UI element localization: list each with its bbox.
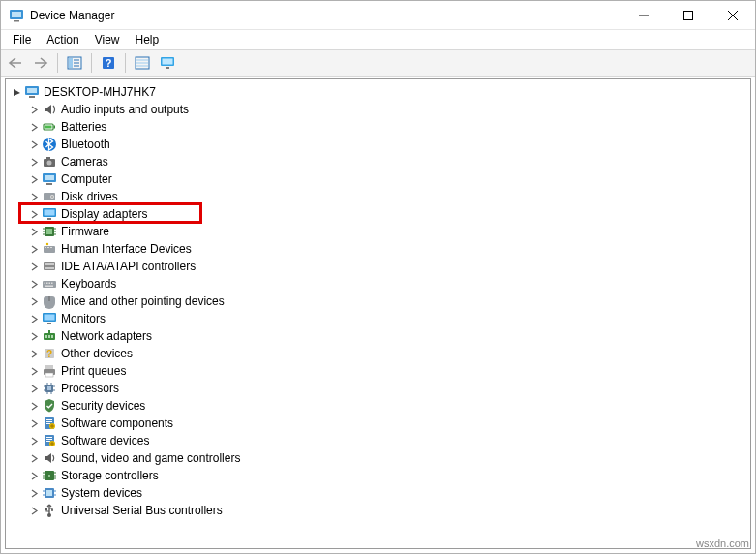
expander-closed-icon[interactable]: [27, 120, 41, 134]
tree-node-label: Computer: [61, 172, 112, 186]
menu-file[interactable]: File: [5, 31, 39, 48]
svg-rect-77: [47, 386, 51, 390]
expander-closed-icon[interactable]: [27, 155, 41, 169]
svg-rect-32: [45, 175, 54, 180]
computer-icon: [24, 84, 40, 100]
window-title: Device Manager: [30, 9, 621, 22]
tree-node-label: Print queues: [61, 364, 126, 378]
expander-closed-icon[interactable]: [27, 103, 41, 116]
expander-closed-icon[interactable]: [27, 486, 41, 500]
bluetooth-icon: [42, 137, 57, 152]
menu-help[interactable]: Help: [128, 31, 167, 48]
svg-rect-89: [46, 423, 50, 424]
expander-open-icon[interactable]: [10, 85, 23, 99]
tree-node[interactable]: Batteries: [6, 118, 750, 136]
expander-closed-icon[interactable]: [27, 451, 41, 465]
expander-closed-icon[interactable]: [27, 242, 41, 256]
toolbar-monitor-button[interactable]: [156, 52, 179, 74]
svg-rect-49: [45, 247, 46, 248]
toolbar-properties-button[interactable]: [131, 52, 154, 74]
menu-view[interactable]: View: [87, 31, 128, 48]
svg-rect-54: [45, 263, 54, 265]
menu-action[interactable]: Action: [39, 31, 86, 48]
expander-closed-icon[interactable]: [27, 260, 41, 273]
expander-closed-icon[interactable]: [27, 312, 41, 325]
tree-node[interactable]: Print queues: [6, 362, 750, 380]
expander-closed-icon[interactable]: [27, 190, 41, 203]
tree-node-label: Monitors: [61, 312, 106, 325]
toolbar-help-button[interactable]: ?: [97, 52, 120, 74]
expander-closed-icon[interactable]: [27, 207, 41, 221]
toolbar-back-button[interactable]: [4, 52, 27, 74]
svg-rect-2: [14, 20, 19, 22]
display-icon: [42, 206, 57, 222]
tree-node[interactable]: Sound, video and game controllers: [6, 449, 750, 467]
tree-root[interactable]: DESKTOP-MHJ7HK7: [6, 83, 750, 101]
expander-closed-icon[interactable]: [27, 347, 41, 360]
toolbar-forward-button[interactable]: [29, 52, 52, 74]
toolbar: ?: [1, 49, 755, 77]
tree-node[interactable]: Mice and other pointing devices: [6, 292, 750, 310]
tree-node[interactable]: Software devices: [6, 432, 750, 449]
svg-rect-30: [46, 157, 50, 159]
tree-node[interactable]: Processors: [6, 380, 750, 397]
tree-node[interactable]: Universal Serial Bus controllers: [6, 502, 750, 519]
tree-node[interactable]: System devices: [6, 484, 750, 502]
svg-rect-38: [45, 210, 55, 216]
expander-closed-icon[interactable]: [27, 469, 41, 482]
tree-node[interactable]: Display adapters: [6, 205, 750, 223]
disk-icon: [42, 189, 57, 204]
watermark: wsxdn.com: [696, 538, 749, 549]
tree-node[interactable]: Network adapters: [6, 327, 750, 345]
tree-node[interactable]: Computer: [6, 170, 750, 188]
expander-closed-icon[interactable]: [27, 416, 41, 430]
expander-closed-icon[interactable]: [27, 399, 41, 413]
tree-node[interactable]: Audio inputs and outputs: [6, 101, 750, 118]
tree-node[interactable]: Cameras: [6, 153, 750, 170]
audio-icon: [42, 102, 57, 117]
tree-node[interactable]: Disk drives: [6, 188, 750, 205]
svg-point-52: [46, 243, 48, 245]
expander-closed-icon[interactable]: [27, 364, 41, 378]
expander-closed-icon[interactable]: [27, 434, 41, 447]
app-icon: [9, 8, 24, 23]
expander-closed-icon[interactable]: [27, 382, 41, 395]
close-button[interactable]: [711, 1, 755, 30]
tree-node[interactable]: Bluetooth: [6, 136, 750, 153]
maximize-button[interactable]: [666, 1, 711, 30]
tree-node-label: Storage controllers: [61, 469, 159, 482]
svg-rect-88: [46, 421, 52, 422]
minimize-button[interactable]: [621, 1, 666, 30]
tree-node[interactable]: ?Other devices: [6, 345, 750, 362]
svg-rect-58: [46, 283, 48, 285]
svg-rect-65: [47, 323, 51, 324]
firmware-icon: [42, 224, 57, 239]
tree-node[interactable]: Security devices: [6, 397, 750, 415]
tree-node[interactable]: IDE ATA/ATAPI controllers: [6, 258, 750, 275]
tree-node-label: Bluetooth: [61, 138, 110, 151]
tree-node-label: Software components: [61, 416, 173, 430]
expander-closed-icon[interactable]: [27, 225, 41, 238]
tree-node[interactable]: Firmware: [6, 223, 750, 240]
expander-closed-icon[interactable]: [27, 172, 41, 186]
svg-rect-8: [69, 58, 73, 68]
tree-node-label: Other devices: [61, 347, 133, 360]
tree-node[interactable]: Software components: [6, 415, 750, 432]
tree-node-label: Software devices: [61, 434, 149, 447]
toolbar-show-hide-button[interactable]: [63, 52, 86, 74]
expander-closed-icon[interactable]: [27, 294, 41, 308]
tree-node-label: Disk drives: [61, 190, 118, 203]
tree-node-label: Sound, video and game controllers: [61, 451, 240, 465]
expander-closed-icon[interactable]: [27, 329, 41, 343]
tree-node[interactable]: Keyboards: [6, 275, 750, 292]
tree-node[interactable]: Storage controllers: [6, 467, 750, 484]
tree-node[interactable]: Human Interface Devices: [6, 240, 750, 258]
device-tree[interactable]: DESKTOP-MHJ7HK7 Audio inputs and outputs…: [5, 78, 751, 549]
expander-closed-icon[interactable]: [27, 138, 41, 151]
tree-node[interactable]: Monitors: [6, 310, 750, 327]
network-icon: [42, 328, 57, 344]
expander-closed-icon[interactable]: [27, 504, 41, 517]
svg-rect-26: [54, 126, 56, 129]
svg-rect-23: [29, 96, 35, 98]
expander-closed-icon[interactable]: [27, 277, 41, 291]
